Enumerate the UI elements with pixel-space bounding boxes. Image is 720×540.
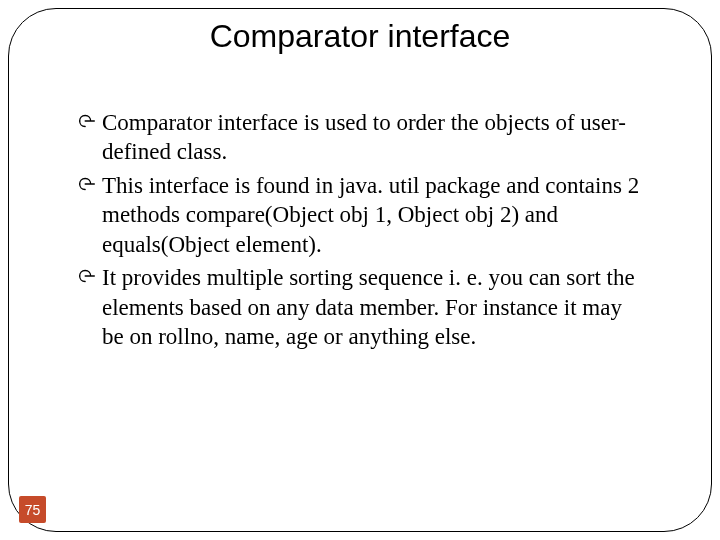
bullet-lead: Comparator interface	[102, 110, 298, 135]
bullet-text: This interface is found in java. util pa…	[102, 173, 639, 257]
bullet-item: It provides multiple sorting sequence i.…	[78, 263, 642, 351]
slide: Comparator interface Comparator interfac…	[0, 0, 720, 540]
bullet-icon	[76, 110, 98, 132]
bullet-text: It provides multiple sorting sequence i.…	[102, 265, 635, 349]
slide-body: Comparator interface is used to order th…	[78, 108, 642, 356]
page-number: 75	[25, 502, 41, 518]
bullet-item: Comparator interface is used to order th…	[78, 108, 642, 167]
bullet-icon	[76, 265, 98, 287]
bullet-item: This interface is found in java. util pa…	[78, 171, 642, 259]
slide-title: Comparator interface	[0, 18, 720, 55]
bullet-icon	[76, 173, 98, 195]
page-number-badge: 75	[19, 496, 46, 523]
